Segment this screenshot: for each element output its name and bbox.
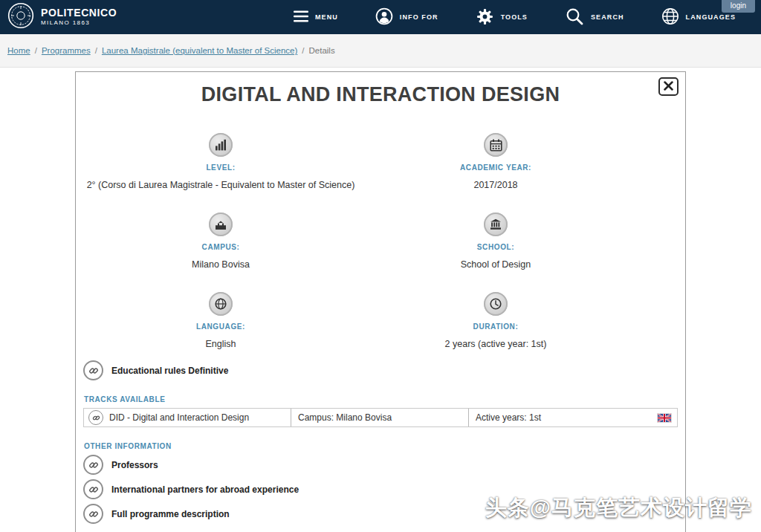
calendar-icon [484, 133, 508, 157]
polimi-seal-icon [7, 2, 34, 32]
nav-label: INFO FOR [400, 13, 438, 21]
logo-title: POLITECNICO [41, 7, 117, 19]
nav-label: MENU [315, 13, 338, 21]
programme-info-grid: LEVEL: 2° (Corso di Laurea Magistrale - … [83, 133, 633, 349]
educational-rules-link[interactable]: Educational rules Definitive [83, 360, 678, 380]
link-label: Professors [111, 460, 158, 470]
info-value: English [206, 339, 236, 349]
info-label: SCHOOL: [477, 243, 514, 251]
link-label: International partners for abroad experi… [111, 484, 299, 495]
programme-details-card: DIGITAL AND INTERACTION DESIGN LEVEL: 2°… [75, 71, 686, 532]
breadcrumb-separator: / [302, 46, 304, 55]
person-icon [375, 7, 393, 27]
breadcrumb-details: Details [308, 46, 334, 55]
link-label: Full programme description [111, 509, 230, 519]
other-information-heading: OTHER INFORMATION [84, 442, 678, 450]
nav-item-search[interactable]: SEARCH [565, 7, 624, 27]
info-label: LANGUAGE: [196, 322, 245, 331]
close-icon [664, 81, 673, 93]
info-school: SCHOOL: School of Design [358, 213, 633, 270]
top-navbar: login POLITECNICO MILANO 1863 M [0, 0, 761, 34]
login-button[interactable]: login [722, 0, 755, 13]
chain-link-icon [83, 504, 103, 524]
nav-label: LANGUAGES [686, 13, 736, 21]
nav-item-menu[interactable]: MENU [294, 10, 338, 24]
track-row: DID - Digital and Interaction Design Cam… [83, 408, 678, 427]
info-language: LANGUAGE: English [83, 292, 358, 349]
info-value: 2017/2018 [473, 180, 517, 190]
breadcrumb-programmes[interactable]: Programmes [42, 46, 91, 55]
chain-link-icon [83, 360, 103, 380]
breadcrumb-home[interactable]: Home [7, 46, 30, 55]
info-level: LEVEL: 2° (Corso di Laurea Magistrale - … [83, 133, 358, 190]
menu-icon [294, 10, 308, 24]
info-value: Milano Bovisa [192, 259, 250, 270]
breadcrumb-separator: / [95, 46, 97, 55]
info-campus: CAMPUS: Milano Bovisa [83, 213, 358, 270]
search-icon [565, 7, 584, 27]
info-value: 2° (Corso di Laurea Magistrale - Equival… [87, 180, 355, 190]
nav-label: SEARCH [591, 13, 624, 21]
info-label: LEVEL: [206, 163, 235, 172]
track-campus: Campus: Milano Bovisa [291, 412, 468, 423]
page-title: DIGITAL AND INTERACTION DESIGN [83, 83, 678, 106]
full-programme-description-link[interactable]: Full programme description [83, 504, 678, 524]
close-button[interactable] [658, 77, 679, 96]
professors-link[interactable]: Professors [83, 455, 678, 475]
link-label: Educational rules Definitive [111, 366, 228, 376]
info-value: 2 years (active year: 1st) [445, 339, 547, 349]
nav-item-info-for[interactable]: INFO FOR [375, 7, 438, 27]
duration-clock-icon [484, 292, 508, 316]
track-active-years: Active years: 1st [469, 412, 657, 423]
chain-link-icon [88, 410, 103, 425]
gear-icon [476, 7, 494, 27]
info-duration: DURATION: 2 years (active year: 1st) [358, 292, 633, 349]
chain-link-icon [83, 479, 103, 499]
info-label: ACADEMIC YEAR: [460, 163, 531, 172]
info-academic-year: ACADEMIC YEAR: 2017/2018 [358, 133, 633, 190]
international-partners-link[interactable]: International partners for abroad experi… [83, 479, 678, 499]
polimi-logo[interactable]: POLITECNICO MILANO 1863 [7, 2, 117, 32]
chain-link-icon [83, 455, 103, 475]
info-value: School of Design [461, 259, 531, 270]
info-label: DURATION: [473, 322, 519, 331]
logo-subtitle: MILANO 1863 [41, 20, 117, 27]
breadcrumb-laurea-magistrale[interactable]: Laurea Magistrale (equivalent to Master … [102, 46, 297, 55]
language-globe-icon [209, 292, 233, 316]
uk-flag-icon [657, 413, 672, 423]
info-label: CAMPUS: [202, 243, 240, 251]
header-nav: MENU INFO FOR [294, 7, 761, 27]
nav-item-tools[interactable]: TOOLS [476, 7, 528, 27]
globe-icon [661, 7, 679, 27]
school-institution-icon [484, 213, 508, 236]
track-name[interactable]: DID - Digital and Interaction Design [109, 412, 291, 423]
breadcrumb-separator: / [35, 46, 37, 55]
level-bars-icon [209, 133, 233, 157]
nav-label: TOOLS [501, 13, 528, 21]
tracks-available-heading: TRACKS AVAILABLE [84, 395, 678, 403]
breadcrumb: Home / Programmes / Laurea Magistrale (e… [0, 34, 761, 68]
logo-text: POLITECNICO MILANO 1863 [41, 7, 117, 27]
campus-building-icon [209, 213, 233, 236]
